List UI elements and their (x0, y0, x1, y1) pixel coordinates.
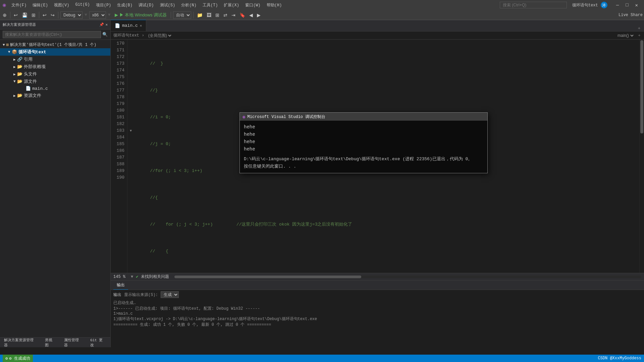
breadcrumb-scope-select[interactable]: (全局范围) (147, 33, 172, 38)
menu-project[interactable]: 项目(P) (93, 2, 114, 9)
sidebar-tab-solution[interactable]: 解决方案资源管理器 (0, 336, 41, 349)
sidebar-header: 解决方案资源管理器 📌 ✕ (0, 20, 110, 29)
title-right: 循环语句text 涛 (572, 2, 607, 8)
bottom-panel: 输出 输出 显示输出来源(S): 生成 已启动生成… 1>------ 已启动生… (111, 280, 644, 347)
solution-root[interactable]: ▼ ⊞ 解决方案'循环语句text'(1 个项目/共 1 个) (0, 41, 110, 48)
sidebar-search-input[interactable] (3, 31, 101, 38)
console-icon: ◉ (243, 114, 245, 120)
res-expand-icon: ▶ (13, 94, 16, 98)
output-line-5: ========== 生成: 成功 1 个, 失败 0 个, 最新 0 个, 跳… (113, 322, 641, 327)
tab-add-icon[interactable]: ＋ (637, 25, 641, 31)
tab-bar: 📄 main.c ✕ ＋ (111, 20, 644, 32)
platform-select[interactable]: x86 (89, 11, 106, 19)
tab-mainc-close[interactable]: ✕ (140, 23, 142, 28)
menu-analyze[interactable]: 分析(N) (178, 2, 199, 9)
output-header: 输出 显示输出来源(S): 生成 (113, 291, 641, 298)
solution-expand-icon: ▼ (3, 43, 5, 47)
tree-item-external-deps[interactable]: ▶ 📂 外部依赖项 (0, 63, 110, 70)
main-layout: 解决方案资源管理器 📌 ✕ 🔍 ▼ ⊞ 解决方案'循环语句text'(1 个项目… (0, 20, 644, 347)
tab-mainc[interactable]: 📄 main.c ✕ (111, 20, 146, 31)
hdr-expand-icon: ▶ (13, 72, 16, 76)
toolbar-sep-2 (39, 12, 39, 18)
sidebar-tab-propmanager[interactable]: 属性管理器 (60, 336, 86, 349)
breadcrumb-project: 循环语句text (113, 33, 139, 38)
project-root[interactable]: ▼ 📦 循环语句text (0, 48, 110, 56)
run-debugger-button[interactable]: ▶ ▶ 本地 Windows 调试器 (113, 11, 169, 19)
title-label: 循环语句text (572, 2, 598, 8)
ext-label: 外部依赖项 (24, 64, 46, 70)
status-bar: ⚙ ⚙ 生成成功 CSDN @XxxMyGoddess (0, 355, 644, 362)
console-wait: 按任意键关闭此窗口. . . (244, 163, 483, 170)
toolbar-icons-1[interactable]: 📁 (196, 12, 204, 18)
menu-tools[interactable]: 工具(T) (200, 2, 221, 9)
debug-config-select[interactable]: Debug (60, 11, 83, 19)
editor-scrollbar[interactable] (639, 40, 644, 273)
toolbar-icons-2[interactable]: 🖼 (205, 12, 213, 18)
toolbar-redo[interactable]: ↪ (49, 12, 56, 18)
editor-nav-bar: 循环语句text › (全局范围) main() ＋ (111, 32, 644, 40)
res-label: 资源文件 (24, 93, 41, 99)
menu-git[interactable]: Git(G) (72, 2, 92, 9)
toolbar-open[interactable]: ↩ (12, 12, 19, 18)
menu-window[interactable]: 窗口(W) (243, 2, 263, 9)
tree-item-resources[interactable]: ▶ 📂 资源文件 (0, 92, 110, 99)
sidebar-tab-classview[interactable]: 类视图 (41, 336, 60, 349)
zoom-dropdown-icon[interactable]: ▼ (131, 275, 133, 279)
sidebar-tab-gitchanges[interactable]: Git 更改 (86, 336, 110, 349)
nav-add-icon[interactable]: ＋ (637, 33, 641, 38)
toolbar-icons-4[interactable]: ⇄ (222, 12, 229, 18)
toolbar-icons-5[interactable]: ⇥ (230, 12, 237, 18)
menu-help[interactable]: 帮助(H) (264, 2, 285, 9)
menu-edit[interactable]: 编辑(E) (30, 2, 51, 9)
output-tab[interactable]: 输出 (113, 281, 128, 290)
menu-bar[interactable]: 文件(F) 编辑(E) 视图(V) Git(G) 项目(P) 生成(B) 调试(… (9, 2, 285, 9)
breadcrumb-sep: › (142, 33, 144, 38)
menu-debug[interactable]: 调试(D) (136, 2, 157, 9)
close-button[interactable]: ✕ (632, 2, 641, 9)
editor-status-bar: 145 % ▼ ✔ 未找到相关问题 (111, 273, 644, 280)
mainc-icon: 📄 (25, 86, 31, 91)
tree-item-source[interactable]: ▼ 📂 源文件 (0, 78, 110, 85)
editor-hscrollbar[interactable] (174, 276, 641, 278)
toolbar-icons-7[interactable]: ▶ (256, 12, 262, 18)
fold-183-icon[interactable]: ▼ (130, 129, 132, 133)
toolbar-icons-3[interactable]: ⊞ (214, 12, 221, 18)
tree-item-references[interactable]: ▶ 🔗 引用 (0, 56, 110, 63)
window-controls[interactable]: — □ ✕ (613, 2, 641, 9)
output-source-select[interactable]: 生成 (161, 291, 179, 298)
menu-build[interactable]: 生成(B) (114, 2, 135, 9)
ref-expand-icon: ▶ (13, 57, 16, 62)
menu-test[interactable]: 测试(S) (157, 2, 178, 9)
toolbar-undo[interactable]: ↩ (41, 12, 48, 18)
solution-tree: ▼ ⊞ 解决方案'循环语句text'(1 个项目/共 1 个) ▼ 📦 循环语句… (0, 40, 110, 337)
minimize-button[interactable]: — (613, 2, 622, 9)
sidebar-pin-icon[interactable]: 📌 (99, 22, 104, 27)
menu-view[interactable]: 视图(V) (51, 2, 72, 9)
play-icon: ▶ (115, 12, 118, 17)
console-title-bar: ◉ Microsoft Visual Studio 调试控制台 (240, 113, 487, 121)
toolbar-new[interactable]: ⊕ (1, 12, 8, 18)
editor-area: 📄 main.c ✕ ＋ 循环语句text › (全局范围) main() ＋ (111, 20, 644, 347)
bottom-tab-bar: 输出 (111, 281, 644, 290)
menu-file[interactable]: 文件(F) (9, 2, 30, 9)
tree-item-headers[interactable]: ▶ 📂 头文件 (0, 70, 110, 78)
global-search-input[interactable] (500, 2, 567, 8)
toolbar-icons-6[interactable]: ◀ (248, 12, 254, 18)
user-avatar: 涛 (601, 2, 607, 8)
code-line-171: //} (140, 87, 639, 94)
toolbar-bookmark[interactable]: 🔖 (238, 12, 247, 18)
sidebar-title: 解决方案资源管理器 (3, 22, 36, 27)
toolbar-saveall[interactable]: ⊞ (30, 12, 37, 18)
project-icon: 📦 (12, 49, 17, 55)
menu-extensions[interactable]: 扩展(X) (221, 2, 242, 9)
console-path: D:\码云\c-language-learning\循环语句text\Debug… (244, 156, 483, 163)
maximize-button[interactable]: □ (622, 2, 632, 9)
breadcrumb-function-select[interactable]: main() (616, 33, 635, 38)
build-config-select[interactable]: 自动 (173, 11, 191, 19)
build-status-label: ⚙ 生成成功 (9, 356, 30, 361)
toolbar-save[interactable]: 💾 (20, 12, 29, 18)
sidebar-close-icon[interactable]: ✕ (105, 22, 108, 27)
tree-item-mainc[interactable]: 📄 main.c (0, 85, 110, 92)
console-popup: ◉ Microsoft Visual Studio 调试控制台 hehe heh… (239, 112, 488, 173)
status-no-issues: 未找到相关问题 (141, 274, 169, 280)
